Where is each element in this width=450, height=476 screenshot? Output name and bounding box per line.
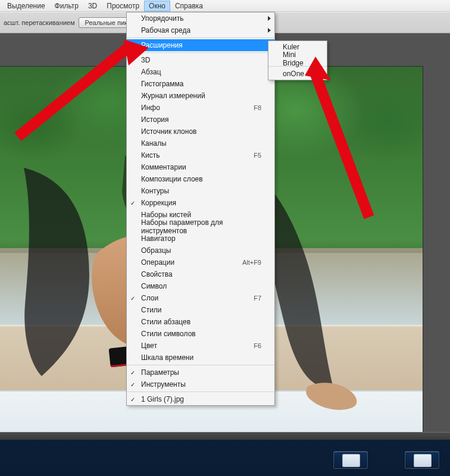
- menu-item-label: Шкала времени: [141, 353, 193, 362]
- menu-item-label: Стили абзацев: [141, 318, 190, 326]
- menu-item-shortcut: F7: [254, 295, 261, 302]
- menu-item[interactable]: КистьF5: [127, 149, 274, 161]
- menu-item-label: Гистограмма: [141, 80, 183, 88]
- menu-item[interactable]: Контуры: [127, 185, 274, 197]
- menu-item-shortcut: Alt+F9: [242, 259, 261, 266]
- menu-item-label: Инструменты: [141, 380, 186, 389]
- menu-item[interactable]: ✓1 Girls (7).jpg: [127, 393, 274, 405]
- menu-separator: [127, 37, 274, 38]
- check-icon: ✓: [130, 369, 135, 376]
- menu-item-label: Источник клонов: [141, 127, 196, 136]
- menu-item-label: История: [141, 115, 169, 124]
- menu-window[interactable]: Окно: [144, 1, 170, 11]
- menu-item[interactable]: Композиции слоев: [127, 173, 274, 185]
- menu-item[interactable]: Стили символов: [127, 328, 274, 340]
- menu-item-label: Каналы: [141, 139, 167, 148]
- menu-separator: [127, 365, 274, 365]
- menu-item[interactable]: Упорядочить: [127, 12, 274, 24]
- menu-item[interactable]: Абзац: [127, 66, 274, 78]
- window-menu-dropdown: УпорядочитьРабочая средаРасширения3DАбза…: [126, 12, 275, 406]
- menu-item-label: Журнал измерений: [141, 92, 205, 100]
- menu-item[interactable]: ✓Инструменты: [127, 378, 274, 390]
- menu-separator: [127, 392, 274, 392]
- menu-item[interactable]: Журнал измерений: [127, 90, 274, 102]
- menu-filter[interactable]: Фильтр: [50, 1, 83, 11]
- menu-item-label: Стили символов: [141, 330, 196, 338]
- menu-item-label: Кисть: [141, 151, 160, 159]
- menu-item-label: 3D: [141, 56, 150, 64]
- menu-item[interactable]: ✓Параметры: [127, 367, 274, 378]
- menu-item-label: Свойства: [141, 270, 173, 278]
- taskbar-thumb-2[interactable]: [405, 451, 439, 469]
- extensions-submenu: KulerMini BridgeonOne: [268, 40, 327, 80]
- menu-item[interactable]: Источник клонов: [127, 126, 274, 137]
- menu-item-label: Параметры: [141, 368, 179, 377]
- menu-item-label: Слои: [141, 294, 158, 302]
- menu-item[interactable]: Стили абзацев: [127, 316, 274, 328]
- menu-item-shortcut: F6: [254, 342, 261, 349]
- menu-item-label: onOne: [283, 70, 304, 78]
- menu-item-label: Kuler: [283, 43, 299, 51]
- menu-item-label: Комментарии: [141, 163, 186, 171]
- check-icon: ✓: [130, 200, 135, 206]
- menu-item[interactable]: ИнфоF8: [127, 102, 274, 114]
- menu-item[interactable]: Символ: [127, 280, 274, 292]
- menu-item-label: Навигатор: [141, 234, 176, 243]
- menu-item-label: Образцы: [141, 246, 171, 255]
- menu-item-label: Коррекция: [141, 199, 176, 207]
- check-icon: ✓: [130, 295, 135, 302]
- menu-help[interactable]: Справка: [170, 1, 208, 11]
- menu-item-label: Стили: [141, 306, 162, 314]
- menu-item[interactable]: Наборы параметров для инструментов: [127, 221, 274, 233]
- check-icon: ✓: [130, 396, 135, 403]
- menu-item[interactable]: Шкала времени: [127, 352, 274, 364]
- menu-item[interactable]: ЦветF6: [127, 340, 274, 352]
- drag-scale-label: асшт. перетаскиванием: [4, 19, 75, 26]
- menu-item[interactable]: onOne: [268, 68, 327, 80]
- menu-item[interactable]: ОперацииAlt+F9: [127, 256, 274, 268]
- statusbar-area: [0, 432, 450, 440]
- menu-select[interactable]: Выделение: [2, 1, 50, 11]
- menu-item[interactable]: Навигатор: [127, 233, 274, 245]
- menu-item[interactable]: Стили: [127, 304, 274, 316]
- menu-item-label: Символ: [141, 282, 167, 290]
- menu-item[interactable]: Рабочая среда: [127, 24, 274, 36]
- menu-item-label: Наборы кистей: [141, 211, 191, 219]
- menu-item[interactable]: Комментарии: [127, 161, 274, 173]
- menu-item-label: Инфо: [141, 104, 160, 112]
- menu-item[interactable]: Расширения: [127, 39, 274, 51]
- menu-view[interactable]: Просмотр: [102, 1, 144, 11]
- menu-item-label: Расширения: [141, 41, 183, 49]
- menu-item-label: Mini Bridge: [283, 51, 314, 67]
- menu-item[interactable]: Гистограмма: [127, 78, 274, 90]
- menu-item-label: Композиции слоев: [141, 175, 203, 183]
- check-icon: ✓: [130, 381, 135, 388]
- menu-item[interactable]: Mini Bridge: [268, 53, 327, 65]
- menu-item-shortcut: F5: [254, 152, 261, 159]
- menubar: Выделение Фильтр 3D Просмотр Окно Справк…: [0, 0, 450, 12]
- menu-item[interactable]: Образцы: [127, 245, 274, 256]
- menu-separator: [127, 52, 274, 53]
- menu-item-shortcut: F8: [254, 104, 261, 111]
- menu-3d[interactable]: 3D: [83, 1, 102, 11]
- menu-item-label: Операции: [141, 258, 174, 267]
- menu-item[interactable]: ✓Коррекция: [127, 197, 274, 209]
- taskbar-area: [0, 440, 450, 476]
- menu-item-label: 1 Girls (7).jpg: [141, 395, 184, 403]
- menu-item[interactable]: Каналы: [127, 137, 274, 149]
- taskbar-thumb-1[interactable]: [333, 451, 368, 469]
- menu-item-label: Цвет: [141, 342, 157, 350]
- menu-item-label: Рабочая среда: [141, 26, 190, 35]
- menu-item-label: Абзац: [141, 68, 161, 76]
- menu-item-label: Контуры: [141, 187, 169, 195]
- menu-item[interactable]: ✓СлоиF7: [127, 292, 274, 304]
- menu-item[interactable]: История: [127, 114, 274, 126]
- menu-item-label: Упорядочить: [141, 14, 183, 23]
- menu-item[interactable]: Свойства: [127, 268, 274, 280]
- menu-item[interactable]: 3D: [127, 54, 274, 66]
